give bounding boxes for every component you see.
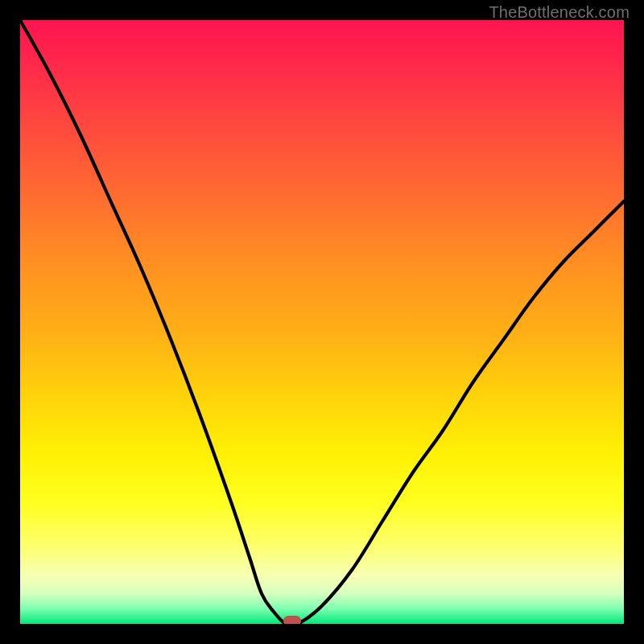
bottleneck-curve (20, 20, 624, 624)
curve-layer (20, 20, 624, 624)
chart-frame: TheBottleneck.com (0, 0, 644, 644)
plot-area (20, 20, 624, 624)
optimal-marker (283, 616, 301, 624)
watermark-text: TheBottleneck.com (489, 3, 630, 22)
